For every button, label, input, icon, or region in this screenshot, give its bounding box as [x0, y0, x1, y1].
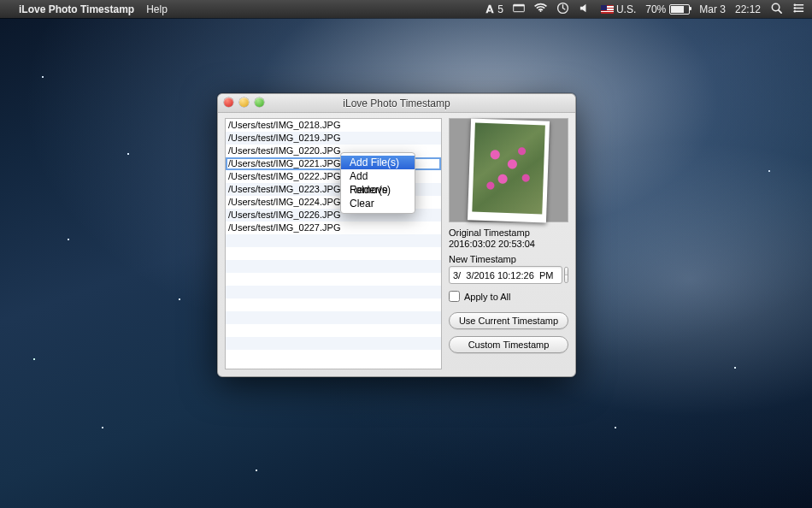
file-list-row[interactable]	[226, 324, 441, 337]
context-menu-item[interactable]: Add File(s)	[341, 156, 415, 169]
menubar-date[interactable]: Mar 3	[699, 3, 726, 15]
menubar-time[interactable]: 22:12	[735, 3, 761, 15]
svg-line-4	[779, 9, 781, 12]
context-menu-item[interactable]: Remove	[341, 183, 415, 197]
new-timestamp-label: New Timestamp	[449, 254, 568, 264]
file-list-row[interactable]	[226, 350, 441, 363]
file-list-row[interactable]: /Users/test/IMG_0219.JPG	[226, 132, 441, 145]
display-icon[interactable]	[513, 3, 525, 15]
apply-to-all-label: Apply to All	[464, 292, 510, 302]
file-list-row[interactable]: /Users/test/IMG_0227.JPG	[226, 222, 441, 234]
battery-status[interactable]: 70%	[645, 3, 690, 15]
window-title: iLove Photo Timestamp	[343, 97, 450, 109]
app-window: iLove Photo Timestamp /Users/test/IMG_02…	[217, 93, 576, 377]
adobe-status-icon[interactable]: 5	[484, 3, 503, 15]
use-current-timestamp-button[interactable]: Use Current Timestamp	[449, 312, 568, 329]
file-list-row[interactable]	[226, 337, 441, 350]
apply-to-all-checkbox[interactable]	[449, 291, 460, 302]
minimize-window-button[interactable]	[239, 97, 249, 107]
file-list-row[interactable]: /Users/test/IMG_0218.JPG	[226, 119, 441, 132]
menubar: iLove Photo Timestamp Help 5 U.S. 70% Ma…	[0, 0, 812, 18]
notification-center-icon[interactable]	[792, 2, 805, 17]
photo-thumbnail	[472, 122, 545, 214]
us-flag-icon	[601, 5, 614, 14]
volume-icon[interactable]	[579, 2, 591, 17]
new-timestamp-input[interactable]	[449, 266, 562, 284]
context-menu-item[interactable]: Add Folder(s)	[341, 169, 415, 183]
wifi-icon[interactable]	[534, 2, 547, 17]
photo-preview	[449, 118, 568, 222]
stepper-down-icon[interactable]: ▼	[565, 275, 568, 282]
app-menu[interactable]: iLove Photo Timestamp	[19, 3, 134, 15]
custom-timestamp-button[interactable]: Custom Timestamp	[449, 336, 568, 353]
context-menu-item[interactable]: Clear	[341, 197, 415, 210]
original-timestamp-label: Original Timestamp	[449, 227, 568, 238]
input-source[interactable]: U.S.	[601, 3, 636, 15]
timemachine-icon[interactable]	[556, 2, 569, 17]
file-list-row[interactable]	[226, 260, 441, 273]
help-menu[interactable]: Help	[146, 3, 168, 15]
original-timestamp-value: 2016:03:02 20:53:04	[449, 239, 568, 249]
window-titlebar[interactable]: iLove Photo Timestamp	[218, 94, 575, 113]
side-panel: Original Timestamp 2016:03:02 20:53:04 N…	[449, 118, 568, 369]
svg-point-10	[794, 10, 796, 12]
battery-icon	[669, 4, 690, 15]
file-list-row[interactable]	[226, 234, 441, 247]
file-list-row[interactable]	[226, 273, 441, 286]
photo-frame	[468, 118, 550, 222]
zoom-window-button[interactable]	[255, 97, 264, 107]
stepper-up-icon[interactable]: ▲	[565, 268, 568, 275]
file-list-row[interactable]	[226, 247, 441, 260]
file-list-row[interactable]	[226, 286, 441, 298]
close-window-button[interactable]	[224, 97, 233, 107]
context-menu: Add File(s)Add Folder(s)RemoveClear	[340, 152, 415, 214]
svg-point-9	[794, 7, 796, 9]
spotlight-icon[interactable]	[770, 2, 783, 17]
svg-rect-1	[514, 4, 525, 6]
svg-point-8	[794, 3, 796, 5]
file-list-row[interactable]	[226, 298, 441, 311]
timestamp-stepper[interactable]: ▲ ▼	[564, 267, 568, 283]
file-list-row[interactable]	[226, 311, 441, 324]
